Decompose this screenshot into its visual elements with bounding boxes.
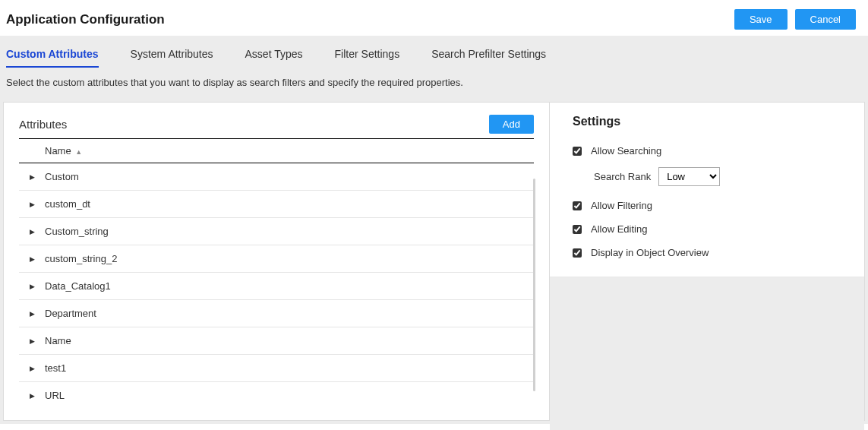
row-name: Custom xyxy=(45,171,79,182)
table-row[interactable]: ▶ Custom xyxy=(19,163,534,191)
tab-custom-attributes[interactable]: Custom Attributes xyxy=(6,48,99,68)
table-row[interactable]: ▶ Custom_string xyxy=(19,218,534,245)
display-overview-checkbox[interactable] xyxy=(573,248,582,258)
expand-icon[interactable]: ▶ xyxy=(19,310,45,318)
row-name: test1 xyxy=(45,362,66,374)
allow-editing-row: Allow Editing xyxy=(573,223,841,235)
table-header-name[interactable]: Name ▲ xyxy=(19,138,534,163)
scrollbar[interactable] xyxy=(533,179,535,391)
attributes-header: Attributes Add xyxy=(19,115,534,134)
tabs-bar: Custom Attributes System Attributes Asse… xyxy=(0,36,868,68)
allow-searching-checkbox[interactable] xyxy=(573,147,582,156)
expand-icon[interactable]: ▶ xyxy=(19,283,45,290)
settings-empty-area xyxy=(550,277,864,430)
tab-asset-types[interactable]: Asset Types xyxy=(245,48,303,68)
settings-panel: Settings Allow Searching Search Rank Low… xyxy=(550,103,864,277)
row-name: Data_Catalog1 xyxy=(45,280,111,292)
expand-icon[interactable]: ▶ xyxy=(19,365,45,372)
content-area: Custom Attributes System Attributes Asse… xyxy=(0,36,868,424)
add-button[interactable]: Add xyxy=(489,115,534,134)
row-name: custom_string_2 xyxy=(45,253,117,264)
table-row[interactable]: ▶ custom_string_2 xyxy=(19,245,534,273)
table-row[interactable]: ▶ test1 xyxy=(19,355,534,382)
tab-filter-settings[interactable]: Filter Settings xyxy=(335,48,400,68)
display-overview-label: Display in Object Overview xyxy=(591,247,709,258)
attributes-panel: Attributes Add Name ▲ ▶ Custom ▶ custom_… xyxy=(3,102,550,421)
allow-filtering-row: Allow Filtering xyxy=(573,200,841,211)
header-buttons: Save Cancel xyxy=(734,9,856,30)
page-header: Application Configuration Save Cancel xyxy=(0,0,868,36)
settings-panel-wrap: Settings Allow Searching Search Rank Low… xyxy=(550,102,865,421)
expand-icon[interactable]: ▶ xyxy=(19,173,45,181)
allow-filtering-checkbox[interactable] xyxy=(573,201,582,210)
column-header-name: Name xyxy=(45,145,71,157)
row-name: Name xyxy=(45,335,71,346)
display-overview-row: Display in Object Overview xyxy=(573,247,841,258)
panels-container: Attributes Add Name ▲ ▶ Custom ▶ custom_… xyxy=(0,102,868,424)
row-name: Custom_string xyxy=(45,226,109,237)
table-row[interactable]: ▶ Department xyxy=(19,300,534,327)
allow-searching-label: Allow Searching xyxy=(591,145,661,157)
expand-icon[interactable]: ▶ xyxy=(19,392,45,400)
attributes-title: Attributes xyxy=(19,118,67,131)
save-button[interactable]: Save xyxy=(734,9,788,30)
row-name: URL xyxy=(45,390,65,399)
row-name: Department xyxy=(45,308,96,319)
search-rank-label: Search Rank xyxy=(594,171,651,182)
table-row[interactable]: ▶ URL xyxy=(19,382,534,399)
table-row[interactable]: ▶ custom_dt xyxy=(19,191,534,218)
allow-editing-label: Allow Editing xyxy=(591,223,647,235)
expand-icon[interactable]: ▶ xyxy=(19,201,45,208)
row-name: custom_dt xyxy=(45,198,90,210)
table-row[interactable]: ▶ Name xyxy=(19,327,534,355)
attributes-table-body: ▶ Custom ▶ custom_dt ▶ Custom_string ▶ c… xyxy=(19,163,534,399)
allow-searching-row: Allow Searching xyxy=(573,145,841,157)
tab-search-prefilter-settings[interactable]: Search Prefilter Settings xyxy=(431,48,546,68)
sort-ascending-icon: ▲ xyxy=(75,148,82,156)
table-row[interactable]: ▶ Data_Catalog1 xyxy=(19,273,534,300)
expand-icon[interactable]: ▶ xyxy=(19,228,45,236)
expand-icon[interactable]: ▶ xyxy=(19,337,45,345)
tab-description: Select the custom attributes that you wa… xyxy=(0,68,868,102)
expand-icon[interactable]: ▶ xyxy=(19,255,45,263)
settings-title: Settings xyxy=(573,115,841,128)
tab-system-attributes[interactable]: System Attributes xyxy=(131,48,213,68)
allow-editing-checkbox[interactable] xyxy=(573,225,582,234)
search-rank-row: Search Rank Low Medium High xyxy=(594,167,841,186)
allow-filtering-label: Allow Filtering xyxy=(591,200,652,211)
cancel-button[interactable]: Cancel xyxy=(795,9,856,30)
search-rank-select[interactable]: Low Medium High xyxy=(658,167,720,186)
page-title: Application Configuration xyxy=(6,12,165,27)
